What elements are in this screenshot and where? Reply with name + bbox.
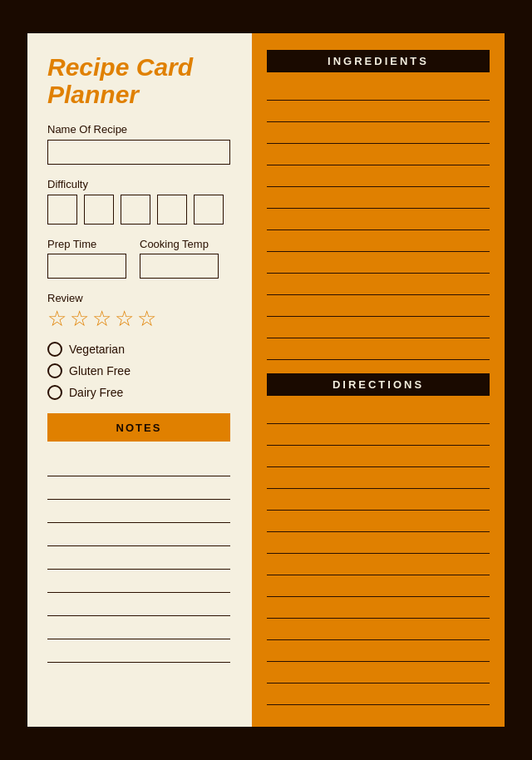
star-2[interactable]: ☆ <box>70 308 89 330</box>
ing-line-7 <box>267 209 490 230</box>
ing-line-12 <box>267 317 490 338</box>
dir-line-12 <box>267 640 490 662</box>
diff-box-4[interactable] <box>157 195 187 225</box>
left-panel: Recipe Card Planner Name Of Recipe Diffi… <box>27 33 252 727</box>
note-line-3 <box>47 500 230 523</box>
time-row: Prep Time Cooking Temp <box>47 238 232 279</box>
cooking-temp-col: Cooking Temp <box>140 238 219 279</box>
ingredients-header: INGREDIENTS <box>267 50 490 72</box>
vegetarian-label: Vegetarian <box>69 343 125 356</box>
checkbox-dairy-free[interactable]: Dairy Free <box>47 385 232 400</box>
star-3[interactable]: ☆ <box>92 308 111 330</box>
ing-line-9 <box>267 252 490 274</box>
dir-line-5 <box>267 489 490 511</box>
dairy-free-label: Dairy Free <box>69 386 123 399</box>
prep-time-input[interactable] <box>47 254 126 279</box>
star-5[interactable]: ☆ <box>137 308 156 330</box>
note-line-1 <box>47 453 230 476</box>
direction-lines <box>267 402 490 705</box>
note-line-2 <box>47 476 230 500</box>
diff-box-1[interactable] <box>47 195 77 225</box>
dir-line-8 <box>267 554 490 575</box>
review-section: Review ☆ ☆ ☆ ☆ ☆ <box>47 292 232 330</box>
checkbox-vegetarian[interactable]: Vegetarian <box>47 342 232 357</box>
ing-line-5 <box>267 165 490 187</box>
dir-line-13 <box>267 662 490 684</box>
dir-line-1 <box>267 402 490 424</box>
ing-line-11 <box>267 295 490 317</box>
stars-row: ☆ ☆ ☆ ☆ ☆ <box>47 308 232 330</box>
difficulty-section: Difficulty <box>47 178 232 225</box>
note-line-9 <box>47 639 230 663</box>
cooking-temp-input[interactable] <box>140 254 219 279</box>
ing-line-10 <box>267 274 490 295</box>
directions-header: DIRECTIONS <box>267 373 490 396</box>
circle-dairy-free[interactable] <box>47 385 62 400</box>
prep-time-col: Prep Time <box>47 238 126 279</box>
time-section: Prep Time Cooking Temp <box>47 238 232 279</box>
dir-line-3 <box>267 446 490 467</box>
note-line-5 <box>47 546 230 570</box>
note-line-6 <box>47 570 230 593</box>
notes-button[interactable]: NOTES <box>47 413 230 442</box>
recipe-card: Recipe Card Planner Name Of Recipe Diffi… <box>25 31 507 729</box>
ing-line-6 <box>267 187 490 209</box>
ing-line-1 <box>267 79 490 101</box>
star-4[interactable]: ☆ <box>115 308 134 330</box>
dir-line-4 <box>267 467 490 489</box>
ing-line-3 <box>267 122 490 144</box>
ingredient-lines <box>267 79 490 360</box>
ing-line-2 <box>267 101 490 122</box>
name-of-recipe-input[interactable] <box>47 140 230 165</box>
dir-line-11 <box>267 619 490 640</box>
difficulty-label: Difficulty <box>47 178 232 190</box>
gluten-free-label: Gluten Free <box>69 364 131 378</box>
ing-line-4 <box>267 144 490 165</box>
dir-line-6 <box>267 511 490 532</box>
review-label: Review <box>47 292 232 304</box>
dir-line-7 <box>267 532 490 554</box>
dir-line-2 <box>267 424 490 446</box>
ing-line-8 <box>267 230 490 252</box>
circle-gluten-free[interactable] <box>47 363 62 378</box>
circle-vegetarian[interactable] <box>47 342 62 357</box>
diff-box-3[interactable] <box>121 195 150 225</box>
checkbox-gluten-free[interactable]: Gluten Free <box>47 363 232 378</box>
notes-lines <box>47 453 232 663</box>
note-line-8 <box>47 616 230 639</box>
name-of-recipe-label: Name Of Recipe <box>47 123 232 136</box>
dir-line-9 <box>267 575 490 597</box>
diff-box-2[interactable] <box>84 195 114 225</box>
star-1[interactable]: ☆ <box>47 308 66 330</box>
ing-line-13 <box>267 338 490 360</box>
dir-line-14 <box>267 684 490 705</box>
diff-box-5[interactable] <box>194 195 224 225</box>
right-panel: INGREDIENTS DIRECTIONS <box>252 33 505 727</box>
note-line-7 <box>47 593 230 616</box>
checkboxes-section: Vegetarian Gluten Free Dairy Free <box>47 342 232 400</box>
cooking-temp-label: Cooking Temp <box>140 238 219 250</box>
difficulty-boxes <box>47 195 232 225</box>
card-title: Recipe Card Planner <box>47 53 232 108</box>
prep-time-label: Prep Time <box>47 238 126 250</box>
dir-line-10 <box>267 597 490 619</box>
note-line-4 <box>47 523 230 546</box>
